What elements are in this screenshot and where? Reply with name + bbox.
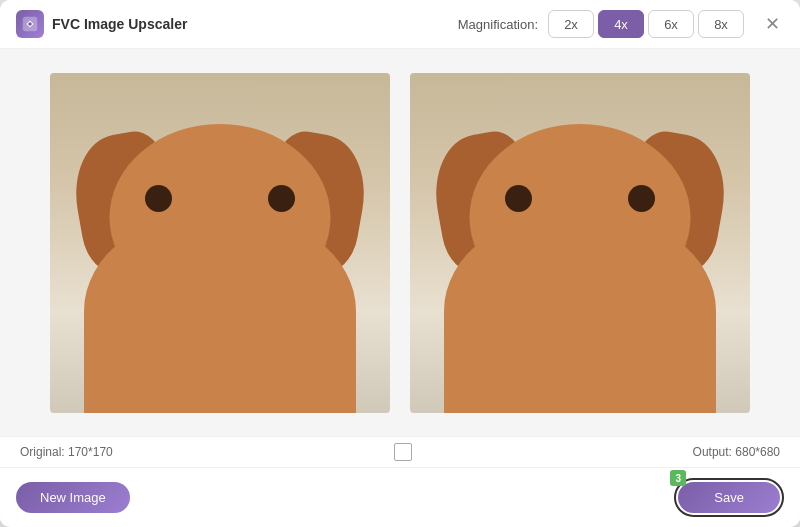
dog-eye-right-orig (268, 185, 295, 212)
dog-eye-right-out (628, 185, 655, 212)
output-image-panel (410, 73, 750, 413)
output-size-label: Output: 680*680 (693, 445, 780, 459)
save-button[interactable]: Save (678, 482, 780, 513)
mag-6x-button[interactable]: 6x (648, 10, 694, 38)
original-image (50, 73, 390, 413)
magnification-buttons: 2x 4x 6x 8x (548, 10, 744, 38)
save-section: 3 Save (674, 478, 784, 517)
close-button[interactable]: ✕ (760, 12, 784, 36)
compare-icon[interactable] (394, 443, 412, 461)
title-bar: FVC Image Upscaler Magnification: 2x 4x … (0, 0, 800, 49)
app-logo (16, 10, 44, 38)
app-title: FVC Image Upscaler (52, 16, 187, 32)
dog-body-out (444, 209, 716, 413)
mag-8x-button[interactable]: 8x (698, 10, 744, 38)
dog-body-orig (84, 209, 356, 413)
app-window: FVC Image Upscaler Magnification: 2x 4x … (0, 0, 800, 527)
magnification-label: Magnification: (458, 17, 538, 32)
original-size-label: Original: 170*170 (20, 445, 113, 459)
status-bar: Original: 170*170 Output: 680*680 (0, 436, 800, 467)
save-badge: 3 (670, 470, 686, 486)
output-image (410, 73, 750, 413)
save-wrapper: Save (674, 478, 784, 517)
new-image-button[interactable]: New Image (16, 482, 130, 513)
main-content (0, 49, 800, 436)
mag-4x-button[interactable]: 4x (598, 10, 644, 38)
mag-2x-button[interactable]: 2x (548, 10, 594, 38)
bottom-bar: New Image 3 Save (0, 467, 800, 527)
status-center (113, 443, 693, 461)
svg-point-1 (28, 22, 32, 26)
original-image-panel (50, 73, 390, 413)
